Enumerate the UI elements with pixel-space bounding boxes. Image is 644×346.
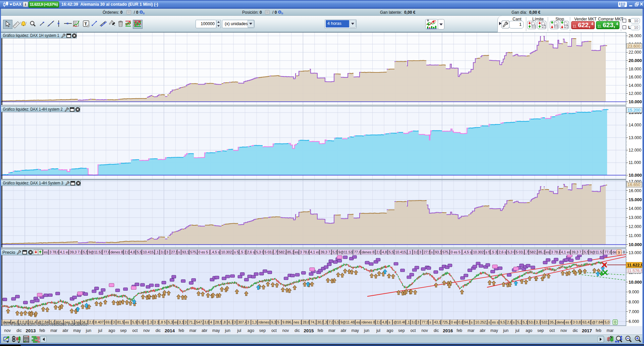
- svg-text:jun: jun: [503, 328, 508, 333]
- svg-text:3 78,6: 3 78,6: [49, 250, 59, 254]
- svg-text:ago: ago: [526, 328, 532, 333]
- svg-text:5,1: 5,1: [523, 320, 528, 324]
- svg-text:abr: abr: [480, 328, 485, 333]
- svg-text:85,3: 85,3: [538, 250, 545, 254]
- svg-text:nov: nov: [143, 328, 150, 333]
- svg-text:nov: nov: [282, 328, 289, 333]
- svg-text:mar: mar: [607, 328, 614, 333]
- svg-text:13.000: 13.000: [629, 250, 641, 255]
- svg-text:abr: abr: [341, 328, 346, 333]
- svg-text:13.000: 13.000: [629, 135, 641, 140]
- svg-text:9,5: 9,5: [500, 320, 505, 324]
- svg-text:81,5: 81,5: [117, 320, 124, 324]
- svg-text:may: may: [212, 328, 220, 333]
- svg-text:14.000: 14.000: [629, 123, 641, 127]
- svg-text:0 es 5 3: 0 es 5 3: [451, 250, 464, 254]
- svg-text:es: es: [546, 250, 550, 254]
- svg-text:0 es: 0 es: [451, 320, 458, 324]
- svg-text:jul: jul: [515, 328, 519, 333]
- svg-text:2,6 s: 2,6 s: [247, 250, 255, 254]
- svg-text:jul: jul: [98, 328, 102, 333]
- svg-text:3 78,6: 3 78,6: [300, 250, 310, 254]
- svg-text:s 5: s 5: [486, 250, 490, 254]
- svg-text:es 6: es 6: [566, 320, 572, 324]
- svg-text:5,6: 5,6: [138, 320, 143, 324]
- svg-text:28,5: 28,5: [215, 320, 222, 324]
- svg-text:3: 3: [166, 250, 168, 254]
- svg-text:,3: ,3: [149, 320, 152, 324]
- svg-text:,5 3: ,5 3: [491, 250, 497, 254]
- svg-text:3,1: 3,1: [179, 320, 184, 324]
- svg-text:4,1 es: 4,1 es: [561, 250, 571, 254]
- svg-text:dic: dic: [16, 328, 21, 333]
- svg-text:sep: sep: [259, 328, 266, 333]
- svg-text:77,6: 77,6: [354, 250, 361, 254]
- svg-text:3: 3: [113, 320, 115, 324]
- svg-text:5,3 0: 5,3 0: [256, 250, 264, 254]
- svg-text:mar: mar: [468, 328, 475, 333]
- svg-text:©IT-Finance.com. Datos recibid: ©IT-Finance.com. Datos recibidos indicat…: [3, 322, 87, 327]
- svg-text:18.000: 18.000: [629, 67, 641, 71]
- svg-text:3,7: 3,7: [536, 320, 541, 324]
- svg-text:10.000: 10.000: [629, 280, 642, 285]
- svg-text:s: s: [431, 250, 433, 254]
- svg-text:dic: dic: [156, 328, 161, 333]
- svg-text:1,3: 1,3: [252, 320, 257, 324]
- svg-text:2,0: 2,0: [124, 250, 129, 254]
- svg-text:may: may: [351, 328, 359, 333]
- svg-text:16.000: 16.000: [629, 188, 641, 193]
- svg-text:4: 4: [210, 320, 212, 324]
- svg-text:feb: feb: [40, 328, 45, 333]
- svg-text:3: 3: [185, 320, 187, 324]
- svg-text:dic: dic: [573, 328, 578, 333]
- svg-text:mar: mar: [190, 328, 197, 333]
- svg-text:6.000: 6.000: [629, 319, 639, 324]
- svg-text:26.000: 26.000: [629, 34, 641, 38]
- svg-text:9,3: 9,3: [271, 320, 276, 324]
- svg-text:11.576,5: 11.576,5: [627, 269, 643, 273]
- svg-text:sep: sep: [537, 328, 544, 333]
- svg-text:4,8: 4,8: [130, 250, 135, 254]
- svg-text:s 5: s 5: [234, 250, 239, 254]
- svg-text:10.000: 10.000: [629, 173, 642, 178]
- svg-text:s: s: [471, 320, 473, 324]
- svg-text:12.000: 12.000: [629, 91, 641, 96]
- svg-text:11.000: 11.000: [629, 233, 641, 238]
- svg-text:,4,5 s: ,4,5 s: [211, 250, 220, 254]
- svg-text:abr: abr: [202, 328, 207, 333]
- svg-text:5,5: 5,5: [584, 250, 589, 254]
- svg-text:jul: jul: [376, 328, 380, 333]
- svg-text:Precio: Precio: [2, 250, 15, 255]
- svg-text:5,5: 5,5: [333, 250, 338, 254]
- svg-text:12.000: 12.000: [629, 224, 641, 229]
- svg-text:,5 3: ,5 3: [240, 250, 246, 254]
- svg-text:s: s: [389, 320, 390, 324]
- svg-text:4,8: 4,8: [382, 250, 387, 254]
- svg-text:13.000: 13.000: [629, 215, 641, 220]
- svg-text:0: 0: [614, 320, 616, 324]
- svg-text:3: 3: [419, 250, 421, 254]
- svg-text:8: 8: [144, 320, 146, 324]
- svg-text:s: s: [488, 320, 490, 324]
- svg-text:0 es 5 3: 0 es 5 3: [198, 250, 211, 254]
- svg-text:20.000: 20.000: [629, 58, 642, 63]
- svg-text:2013: 2013: [25, 328, 36, 333]
- svg-text:,7: ,7: [526, 250, 529, 254]
- svg-text:T: T: [85, 21, 87, 26]
- svg-text:feb: feb: [457, 328, 462, 333]
- svg-text:jun: jun: [225, 328, 230, 333]
- svg-text:9.000: 9.000: [629, 290, 639, 294]
- svg-text:10.000: 10.000: [629, 242, 642, 247]
- svg-text:7,0: 7,0: [329, 320, 334, 324]
- svg-text:5,3: 5,3: [168, 320, 173, 324]
- svg-text:8.000: 8.000: [629, 300, 639, 304]
- svg-text:28,6: 28,6: [303, 320, 310, 324]
- svg-text:dic: dic: [434, 328, 439, 333]
- svg-text:,1: ,1: [407, 320, 410, 324]
- svg-text:9: 9: [618, 250, 620, 254]
- svg-text:sep: sep: [120, 328, 127, 333]
- svg-text:69,8: 69,8: [106, 320, 113, 324]
- svg-text:23.600: 23.600: [628, 44, 640, 49]
- svg-text:ago: ago: [386, 328, 393, 333]
- svg-text:jun: jun: [364, 328, 369, 333]
